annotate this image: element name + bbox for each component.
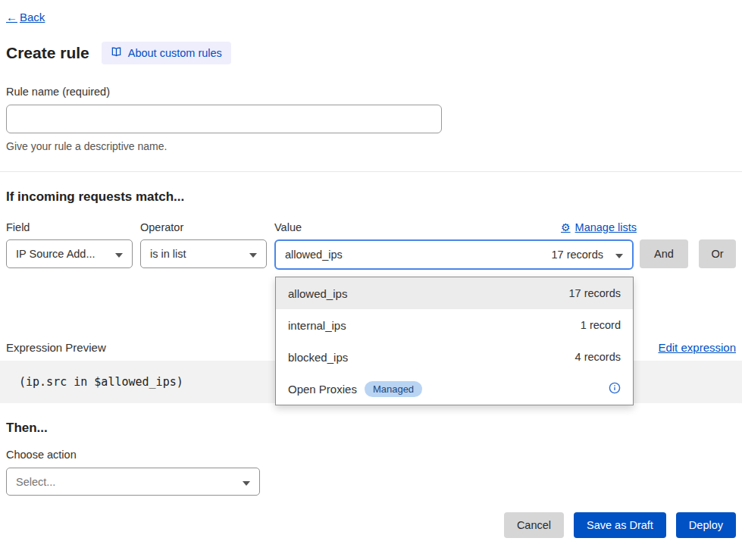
action-select-placeholder: Select... [16, 476, 55, 488]
gear-icon: ⚙ [561, 221, 571, 233]
list-item-name: Open Proxies [288, 383, 357, 396]
create-rule-page: ←Back Create rule About custom rules Rul… [0, 0, 742, 538]
cancel-button[interactable]: Cancel [504, 512, 564, 538]
value-select-wrap: allowed_ips 17 records allowed_ips 17 re… [274, 239, 634, 270]
section-divider [0, 171, 742, 172]
list-item-open-proxies[interactable]: Open Proxies Managed [276, 373, 633, 405]
list-item-records: 1 record [581, 319, 621, 331]
operator-label: Operator [140, 221, 274, 233]
value-label: Value [274, 221, 302, 233]
action-select[interactable]: Select... [6, 468, 260, 496]
back-label: Back [20, 11, 45, 23]
match-labels-row: Field Operator Value ⚙ Manage lists [6, 221, 736, 233]
back-link[interactable]: ←Back [6, 11, 45, 23]
about-custom-rules-link[interactable]: About custom rules [102, 42, 231, 64]
rule-name-input[interactable] [6, 105, 442, 133]
list-item-name: blocked_ips [288, 351, 348, 364]
and-button[interactable]: And [640, 239, 688, 268]
expression-preview-label: Expression Preview [6, 341, 106, 354]
page-title: Create rule [6, 44, 89, 62]
field-label: Field [6, 221, 140, 233]
title-row: Create rule About custom rules [6, 42, 736, 64]
edit-expression-link[interactable]: Edit expression [658, 341, 736, 354]
value-select-value: allowed_ips [285, 249, 343, 261]
value-select-detail: 17 records [551, 249, 603, 261]
chevron-down-icon [615, 249, 623, 261]
manage-lists-link[interactable]: ⚙ Manage lists [561, 221, 637, 233]
footer-actions: Cancel Save as Draft Deploy [6, 512, 736, 538]
operator-select[interactable]: is in list [140, 239, 267, 268]
about-custom-rules-label: About custom rules [128, 47, 222, 59]
list-item-internal-ips[interactable]: internal_ips 1 record [276, 309, 633, 341]
book-icon [111, 46, 122, 60]
chevron-down-icon [115, 248, 123, 260]
rule-name-label: Rule name (required) [6, 86, 736, 98]
choose-action-label: Choose action [6, 449, 736, 461]
info-icon[interactable] [609, 382, 621, 396]
list-item-records: 4 records [575, 351, 621, 363]
chevron-down-icon [243, 476, 250, 488]
then-section-heading: Then... [6, 421, 736, 436]
field-select[interactable]: IP Source Add... [6, 239, 133, 268]
list-item-allowed-ips[interactable]: allowed_ips 17 records [276, 277, 633, 309]
list-dropdown: allowed_ips 17 records internal_ips 1 re… [275, 277, 634, 405]
back-arrow-icon: ← [6, 11, 17, 23]
deploy-button[interactable]: Deploy [676, 512, 736, 538]
value-select[interactable]: allowed_ips 17 records [274, 239, 634, 270]
operator-select-value: is in list [150, 248, 186, 260]
or-button[interactable]: Or [699, 239, 736, 268]
match-section-heading: If incoming requests match... [6, 189, 736, 205]
field-select-value: IP Source Add... [16, 248, 95, 260]
match-controls-row: IP Source Add... is in list allowed_ips … [6, 239, 736, 270]
list-item-name: internal_ips [288, 319, 346, 332]
list-item-records: 17 records [568, 287, 621, 299]
expression-code: (ip.src in $allowed_ips) [19, 375, 183, 389]
list-item-blocked-ips[interactable]: blocked_ips 4 records [276, 341, 633, 373]
chevron-down-icon [249, 248, 257, 260]
list-item-name: allowed_ips [288, 287, 347, 300]
save-as-draft-button[interactable]: Save as Draft [574, 512, 666, 538]
manage-lists-label: Manage lists [575, 221, 637, 233]
rule-name-help: Give your rule a descriptive name. [6, 140, 736, 152]
managed-badge: Managed [365, 381, 422, 397]
